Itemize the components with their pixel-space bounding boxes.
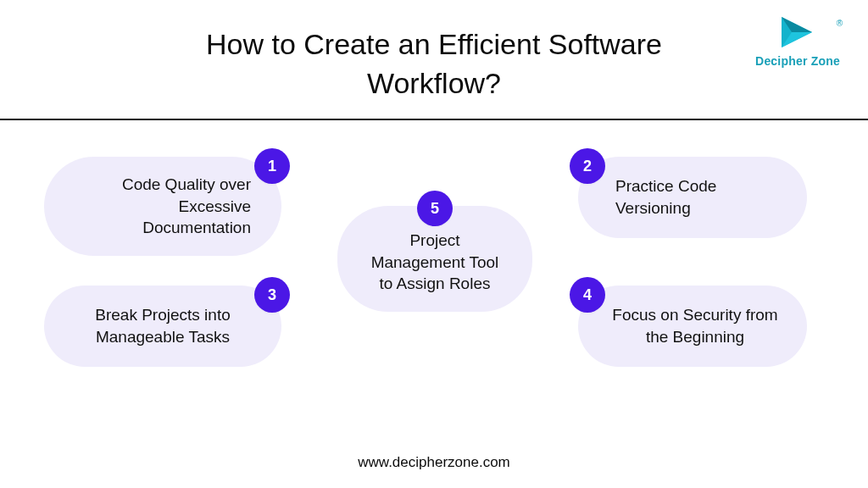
- pill-label: Break Projects into Manageable Tasks: [70, 304, 256, 347]
- number-badge: 5: [417, 191, 453, 226]
- page-title: How to Create an Efficient Software Work…: [0, 25, 868, 103]
- pill-label: Focus on Security from the Beginning: [604, 304, 782, 347]
- pill-label: Project Management Tool to Assign Roles: [363, 230, 507, 295]
- pill-group: 1 Code Quality over Excessive Documentat…: [0, 148, 868, 419]
- number-badge: 1: [254, 148, 290, 184]
- pill-item-5: 5 Project Management Tool to Assign Role…: [337, 206, 532, 312]
- footer-url: www.decipherzone.com: [0, 454, 868, 471]
- number-badge: 3: [254, 277, 290, 313]
- pill-label: Practice Code Versioning: [604, 175, 782, 219]
- page: ® Decipher Zone How to Create an Efficie…: [0, 0, 868, 488]
- pill-item-1: 1 Code Quality over Excessive Documentat…: [44, 157, 281, 256]
- number-badge: 2: [570, 148, 605, 184]
- divider: [0, 119, 868, 120]
- title-text: How to Create an Efficient Software Work…: [0, 25, 868, 103]
- number-badge: 4: [570, 277, 605, 313]
- pill-item-3: 3 Break Projects into Manageable Tasks: [44, 286, 281, 367]
- pill-label: Code Quality over Excessive Documentatio…: [70, 174, 256, 239]
- pill-item-2: 2 Practice Code Versioning: [578, 157, 807, 238]
- pill-item-4: 4 Focus on Security from the Beginning: [578, 286, 807, 367]
